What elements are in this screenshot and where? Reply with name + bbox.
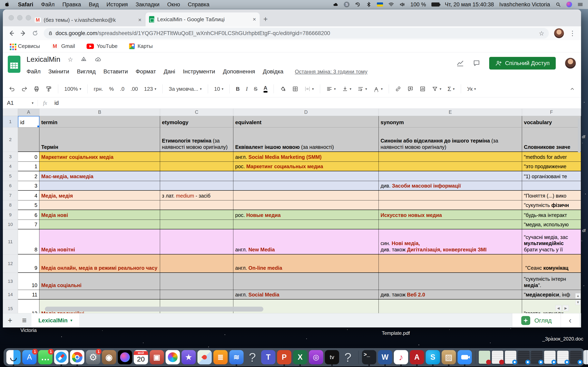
- cell-C6[interactable]: [160, 181, 233, 191]
- cell-A10[interactable]: 7: [18, 220, 39, 229]
- bold-button[interactable]: B: [236, 86, 240, 92]
- bookmark-gmail[interactable]: MGmail: [52, 43, 75, 49]
- row-header-1[interactable]: 1: [3, 116, 18, 127]
- cell-F2[interactable]: Словникове значе: [522, 127, 581, 152]
- cell-E12[interactable]: [379, 254, 522, 273]
- horizontal-scrollbar[interactable]: [45, 307, 263, 312]
- dock-item-calendar[interactable]: МАЙ20: [134, 350, 148, 364]
- reload-button[interactable]: [32, 30, 38, 36]
- cell-F8[interactable]: "сукупність фізичн: [522, 200, 581, 210]
- last-edit-link[interactable]: Остання зміна: 3 години тому: [295, 68, 367, 75]
- dock-item-terminal[interactable]: >_: [362, 350, 376, 364]
- sheets-menu-доповнення[interactable]: Доповнення: [223, 68, 255, 75]
- insert-comment-button[interactable]: [407, 86, 414, 92]
- cell-D11[interactable]: англ. New Media: [233, 229, 379, 254]
- menubar-item-справка[interactable]: Справка: [188, 1, 209, 8]
- cell-A7[interactable]: 4: [18, 191, 39, 200]
- explore-button[interactable]: Огляд: [512, 313, 561, 327]
- menubar-item-файл[interactable]: Файл: [41, 1, 54, 8]
- scroll-up-button[interactable]: ▲: [575, 293, 581, 299]
- dock-item-missing-app-2[interactable]: ?: [341, 350, 355, 364]
- menubar-item-окно[interactable]: Окно: [167, 1, 180, 8]
- collapse-sidebar-button[interactable]: ‹: [561, 313, 579, 327]
- cell-B10[interactable]: [39, 220, 160, 229]
- add-sheet-button[interactable]: +: [3, 316, 17, 325]
- name-box-caret-icon[interactable]: ▾: [32, 101, 34, 105]
- cell-D3[interactable]: англ. Social Media Marketing (SMM): [233, 152, 379, 162]
- vertical-scrollbar[interactable]: [577, 117, 581, 300]
- select-all-corner[interactable]: [3, 109, 18, 116]
- chevron-down-icon[interactable]: ▾: [80, 87, 81, 91]
- dock-item-archive-utility[interactable]: ≋: [229, 350, 243, 364]
- menubar-item-история[interactable]: История: [107, 1, 128, 8]
- horizontal-align-button[interactable]: ▾: [326, 86, 336, 92]
- cell-A1[interactable]: id: [18, 116, 39, 127]
- cell-D6[interactable]: [233, 181, 379, 191]
- minimized-window-thumbnail[interactable]: [479, 351, 490, 364]
- cell-B1[interactable]: termin: [39, 116, 160, 127]
- collapse-toolbar-button[interactable]: [570, 86, 575, 92]
- chevron-down-icon[interactable]: ▾: [381, 87, 383, 91]
- share-button[interactable]: Спільний Доступ: [489, 57, 556, 69]
- minimized-window-thumbnail[interactable]: [492, 351, 503, 364]
- chevron-down-icon[interactable]: ▾: [440, 87, 441, 91]
- row-header-3[interactable]: 3: [3, 152, 18, 162]
- cell-A2[interactable]: [18, 127, 39, 152]
- cell-F6[interactable]: [522, 181, 581, 191]
- cell-A14[interactable]: 11: [18, 290, 39, 300]
- menubar-item-safari[interactable]: Safari: [18, 1, 33, 8]
- volume-icon[interactable]: [399, 2, 405, 7]
- cell-E9[interactable]: Искусство новых медиа: [379, 210, 522, 220]
- row-header-2[interactable]: 2: [3, 127, 18, 152]
- dock-item-apple-tv[interactable]: tv: [325, 350, 339, 364]
- dock-item-messages[interactable]: …1: [38, 350, 52, 364]
- bookmark-youtube[interactable]: YouTube: [86, 43, 118, 49]
- cell-E13[interactable]: [379, 273, 522, 290]
- cell-C9[interactable]: [160, 210, 233, 220]
- dock-item-siri[interactable]: [118, 350, 132, 364]
- tab-close-icon[interactable]: ×: [138, 17, 141, 23]
- cell-E3[interactable]: [379, 152, 522, 162]
- cell-D14[interactable]: англ. Social Media: [233, 290, 379, 300]
- cell-B13[interactable]: Медіа соціальні: [39, 273, 160, 290]
- row-header-5[interactable]: 5: [3, 171, 18, 181]
- cell-D4[interactable]: рос. Маркетинг социальных медиа: [233, 162, 379, 171]
- chevron-down-icon[interactable]: ▾: [453, 87, 455, 91]
- sheet-tab-lexicalmin[interactable]: LexicalMin ▾: [31, 313, 79, 327]
- dock-item-contacts[interactable]: ◉: [102, 350, 116, 364]
- row-header-14[interactable]: 14: [3, 290, 18, 300]
- browser-tab-1[interactable]: LexicalMin - Google Таблиці×: [145, 12, 260, 26]
- sheets-logo-icon[interactable]: [8, 56, 20, 73]
- desktop-file-label[interactable]: _Зразок_2020.doc: [542, 336, 583, 342]
- undo-button[interactable]: [9, 86, 15, 92]
- cell-E15[interactable]: [379, 300, 522, 313]
- cell-F9[interactable]: "будь-яка інтеракт: [522, 210, 581, 220]
- text-rotation-button[interactable]: ▾: [373, 86, 383, 92]
- column-header-C[interactable]: C: [160, 109, 233, 116]
- cell-C3[interactable]: [160, 152, 233, 162]
- fill-color-button[interactable]: [280, 86, 286, 92]
- minimized-window-thumbnail[interactable]: [531, 351, 543, 364]
- text-wrap-button[interactable]: ▾: [357, 86, 367, 92]
- bookmark-apps-grid[interactable]: Сервисы: [10, 43, 40, 49]
- column-header-F[interactable]: F: [522, 109, 581, 116]
- cell-B12[interactable]: Медіа онлайн, медіа в режимі реального ч…: [39, 254, 160, 273]
- browser-profile-avatar[interactable]: [554, 28, 564, 38]
- strikethrough-button[interactable]: S: [254, 86, 257, 92]
- battery-icon[interactable]: [432, 2, 440, 7]
- cell-C4[interactable]: [160, 162, 233, 171]
- increase-decimal-button[interactable]: .00: [130, 86, 138, 92]
- cell-C12[interactable]: [160, 254, 233, 273]
- cell-D10[interactable]: [233, 220, 379, 229]
- cell-F11[interactable]: "сучасні медіа, зас мультимедійніс брати…: [522, 229, 581, 254]
- cell-A4[interactable]: 1: [18, 162, 39, 171]
- desktop-file-label[interactable]: Victoria: [20, 327, 37, 333]
- cell-B11[interactable]: Медіа новітні: [39, 229, 160, 254]
- cell-C7[interactable]: з лат. medium - засіб: [160, 191, 233, 200]
- row-header-4[interactable]: 4: [3, 162, 18, 171]
- dock-item-powerpoint[interactable]: P: [277, 350, 291, 364]
- row-header-6[interactable]: 6: [3, 181, 18, 191]
- cell-B14[interactable]: [39, 290, 160, 300]
- filter-button[interactable]: ▾: [432, 86, 441, 92]
- cell-E8[interactable]: [379, 200, 522, 210]
